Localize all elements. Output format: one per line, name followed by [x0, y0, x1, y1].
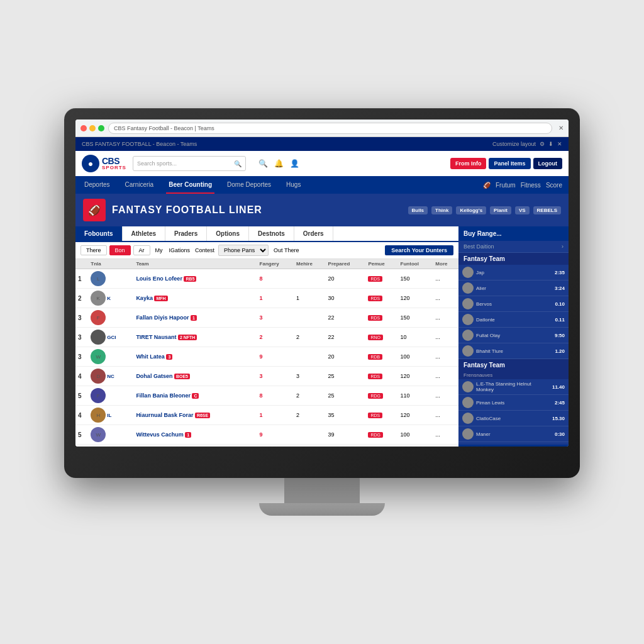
ff-banner: 🏈 FANTASY FOOTBALL LINER Bulls Think Kel…: [75, 194, 569, 226]
sidebar-player-name: L.E-Tha Stanning Helnut Monkey: [476, 381, 550, 392]
sidebar-player-row[interactable]: Alier 3:24: [458, 280, 569, 296]
sidebar-link[interactable]: Best Daition ›: [458, 241, 569, 253]
cell-avatar: L NZ: [88, 445, 133, 447]
ff-logo: 🏈: [83, 199, 106, 221]
browser-url-bar[interactable]: CBS Fantasy Football - Beacon | Teams: [108, 123, 552, 134]
sidebar-player-avatar: [462, 267, 474, 278]
search-placeholder: Search sports...: [137, 160, 177, 167]
frutum-label[interactable]: Frutum: [496, 182, 516, 189]
sidebar-player-row[interactable]: Bhahit Tlure 1.20: [458, 343, 569, 359]
search-icon-2[interactable]: 🔍: [258, 159, 268, 168]
sidebar-sub-btn-1[interactable]: Sunt 7 RB Bentruge: [458, 445, 569, 447]
cbs-eye-logo: ●: [82, 155, 99, 172]
sponsor-bulls: Bulls: [408, 206, 428, 214]
player-table-body: 1 L Louis Eno Lofeer RB5 8 20 RDS 150 ..…: [75, 269, 458, 447]
settings-icon[interactable]: ⚙: [540, 141, 545, 147]
tab-options[interactable]: Options: [207, 226, 249, 241]
sidebar-player-name: Fullat Olay: [476, 333, 552, 338]
cbs-search-bar[interactable]: Search sports... 🔍: [133, 156, 246, 171]
tab-destnots[interactable]: Destnots: [249, 226, 294, 241]
cbs-brand-name: CBS: [102, 157, 126, 165]
th-funtool: Funtool: [398, 259, 433, 269]
panel-items-btn[interactable]: Panel Items: [489, 158, 530, 169]
sidebar-player-row[interactable]: ClatloCase 15.30: [458, 411, 569, 426]
filter-all[interactable]: Ar: [133, 245, 150, 255]
tab-athletes[interactable]: Athletes: [123, 226, 165, 241]
sidebar-link-text: Best Daition: [464, 243, 494, 250]
cell-funtool: 150: [398, 269, 433, 289]
cell-name: Kayka MFH: [133, 289, 257, 308]
nav-right: 🏈 Frutum Fitness Score: [483, 182, 562, 189]
th-prepared: Prepared: [326, 259, 366, 269]
th-pemue: Pemue: [365, 259, 397, 269]
cell-funtool: 100: [398, 347, 433, 367]
cell-pemue: RDB: [365, 347, 397, 367]
cell-more: ...: [433, 425, 458, 445]
sidebar-player-row[interactable]: Datlonte 0.11: [458, 312, 569, 328]
monitor-bezel: CBS Fantasy Football - Beacon | Teams ✕ …: [64, 108, 580, 478]
table-row: 4 H IL Hiaurnual Bask Forar R6SE 1 2 35 …: [75, 406, 458, 425]
cell-funtool: 150: [398, 445, 433, 447]
sidebar-team-title-0: Fantasy Team: [458, 253, 569, 265]
frutum-icon[interactable]: 🏈: [483, 182, 491, 189]
th-rank: [75, 259, 88, 269]
cbs-top-bar: CBS FANTASY FOOTBALL - Beacon - Teams Cu…: [75, 137, 569, 151]
customize-label[interactable]: Customize layout: [492, 141, 536, 147]
tab-praders[interactable]: Praders: [165, 226, 207, 241]
filter-there[interactable]: There: [80, 245, 107, 255]
cell-fangery: 1: [257, 406, 294, 425]
window-close-icon[interactable]: ✕: [558, 125, 564, 131]
monitor-screen: CBS Fantasy Football - Beacon | Teams ✕ …: [75, 119, 569, 447]
search-icon[interactable]: 🔍: [234, 160, 242, 167]
main-content: Fobounts Athletes Praders Options Destno…: [75, 226, 569, 447]
th-tnla: Tnla: [88, 259, 133, 269]
cell-avatar: W: [88, 347, 133, 367]
cell-fangery: 3: [257, 308, 294, 328]
user-icon[interactable]: 👤: [290, 159, 299, 168]
nav-beer-counting[interactable]: Beer Counting: [166, 176, 214, 194]
browser-controls: [80, 125, 104, 131]
window-x-btn[interactable]: ✕: [557, 141, 562, 147]
sidebar-player-row[interactable]: Piman Lewis 2:45: [458, 395, 569, 411]
sidebar-player-row[interactable]: Bervos 0.10: [458, 296, 569, 312]
sidebar-player-row[interactable]: L.E-Tha Stanning Helnut Monkey 11.40: [458, 379, 569, 395]
cell-pemue: RDS: [365, 308, 397, 328]
tab-orders[interactable]: Orders: [294, 226, 333, 241]
download-icon[interactable]: ⬇: [548, 141, 553, 147]
sidebar-player-score: 9:50: [555, 333, 565, 338]
nav-deportes[interactable]: Deportes: [82, 176, 113, 194]
minimize-btn[interactable]: [89, 125, 96, 131]
cell-prepared: 25: [326, 367, 366, 386]
score-label[interactable]: Score: [546, 182, 562, 189]
nav-hugs[interactable]: Hugs: [284, 176, 303, 194]
notification-icon[interactable]: 🔔: [274, 159, 284, 168]
cell-fangery: 2: [257, 328, 294, 347]
cell-more: ...: [433, 269, 458, 289]
cell-avatar: F: [88, 386, 133, 406]
cell-more: ...: [433, 308, 458, 328]
search-players-btn[interactable]: Search Your Dunters: [385, 245, 453, 255]
cell-fangery: 3: [257, 367, 294, 386]
th-more: More: [433, 259, 458, 269]
sidebar-player-row[interactable]: Jap 2:35: [458, 265, 569, 280]
close-btn[interactable]: [80, 125, 87, 131]
filter-phone-pans-select[interactable]: Phone Pans: [218, 245, 269, 256]
cell-funtool: 120: [398, 289, 433, 308]
nav-dome-deportes[interactable]: Dome Deportes: [225, 176, 274, 194]
cbs-main-header: ● CBS SPORTS Search sports... 🔍 🔍 🔔 👤: [75, 151, 569, 176]
sidebar-player-row[interactable]: Maner 0:30: [458, 426, 569, 442]
cell-fangery: 1: [257, 289, 294, 308]
tab-fobounts[interactable]: Fobounts: [75, 226, 123, 241]
logout-btn[interactable]: Logout: [533, 158, 563, 169]
maximize-btn[interactable]: [98, 125, 104, 131]
cell-prepared: 20: [326, 347, 366, 367]
sidebar-player-row[interactable]: Fullat Olay 9:50: [458, 328, 569, 343]
from-info-btn[interactable]: From Info: [450, 158, 487, 169]
fitness-label[interactable]: Fitness: [521, 182, 541, 189]
nav-carniceria[interactable]: Carniceria: [123, 176, 157, 194]
cell-avatar: H IL: [88, 406, 133, 425]
sidebar-player-name: Jap: [476, 270, 552, 275]
filter-bon[interactable]: Bon: [109, 245, 131, 255]
table-row: 3 W Whit Latea 3 9 20 RDB 100 ...: [75, 347, 458, 367]
cbs-text-logo: CBS SPORTS: [102, 157, 126, 170]
